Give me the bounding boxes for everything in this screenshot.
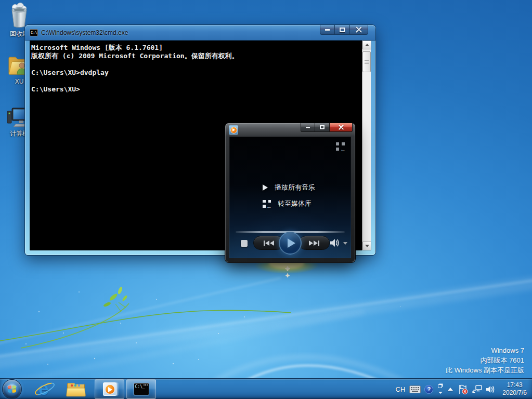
minimize-button[interactable] — [320, 25, 335, 35]
clock-time: 17:43 — [502, 381, 527, 389]
menu-item-label: 播放所有音乐 — [275, 183, 315, 192]
console-line: C:\Users\XU>dvdplay — [31, 69, 361, 77]
keyboard-icon — [409, 385, 421, 393]
console-line: 版权所有 (c) 2009 Microsoft Corporation。保留所有… — [31, 52, 361, 60]
library-icon: ← — [263, 200, 271, 208]
minimize-icon — [325, 29, 330, 31]
watermark-line-3: 此 Windows 副本不是正版 — [446, 365, 524, 375]
help-icon: ? — [424, 385, 433, 394]
taskbar-explorer-button[interactable] — [62, 380, 89, 398]
minimize-icon — [306, 127, 310, 128]
media-player-window: ← 播放所有音乐 ← 转至媒体库 — [225, 123, 355, 262]
arrow-down-icon — [365, 245, 369, 247]
close-icon — [356, 26, 362, 33]
maximize-button[interactable] — [335, 25, 350, 35]
watermark-line-2: 内部版本 7601 — [446, 355, 524, 365]
taskbar-ie-button[interactable]: e — [31, 380, 58, 398]
next-icon — [309, 241, 313, 246]
now-playing-area: ← 播放所有音乐 ← 转至媒体库 — [229, 137, 351, 258]
watermark-line-1: Windows 7 — [446, 345, 524, 355]
switch-to-library-button[interactable]: ← — [336, 142, 345, 151]
internet-explorer-icon: e — [35, 380, 54, 398]
minimize-button[interactable] — [301, 123, 315, 132]
media-player-titlebar[interactable] — [225, 123, 355, 137]
taskbar-wmp-button[interactable] — [95, 379, 124, 399]
wmp-orb-icon — [230, 127, 237, 134]
network-icon — [472, 384, 482, 394]
taskbar-cmd-button[interactable]: C:\_ — [126, 379, 156, 399]
taskbar: e C:\_ CH — [0, 378, 532, 399]
language-bar-options-button[interactable] — [437, 384, 444, 394]
taskbar-clock[interactable]: 17:43 2020/7/6 — [502, 381, 527, 397]
flag-alert-icon — [458, 384, 468, 394]
network-button[interactable] — [472, 384, 482, 394]
cmd-window-icon: C:\ — [30, 29, 38, 36]
maximize-icon — [320, 125, 325, 129]
arrow-left-icon: ← — [340, 147, 346, 152]
cmd-icon: C:\_ — [134, 383, 149, 395]
scrollbar-thumb[interactable] — [362, 51, 371, 72]
scroll-down-button[interactable] — [362, 242, 371, 250]
close-button[interactable] — [330, 123, 353, 132]
volume-button[interactable] — [330, 238, 340, 250]
keyboard-layout-button[interactable] — [409, 385, 421, 393]
console-line — [31, 60, 361, 69]
maximize-icon — [340, 28, 345, 32]
desktop: 回收站 XU 计算机 Windows 7 — [0, 0, 532, 399]
explorer-folder-icon — [67, 382, 85, 397]
close-button[interactable] — [350, 25, 368, 35]
chevron-up-icon — [448, 388, 453, 391]
system-tray: CH ? — [396, 379, 532, 399]
play-icon — [263, 184, 268, 191]
close-icon — [339, 125, 344, 130]
genuine-watermark: Windows 7 内部版本 7601 此 Windows 副本不是正版 — [446, 345, 524, 375]
windows-flag-icon — [6, 383, 18, 395]
menu-item-label: 转至媒体库 — [278, 199, 312, 208]
next-button[interactable] — [299, 236, 330, 250]
scroll-up-button[interactable] — [362, 41, 371, 49]
input-method-indicator[interactable]: CH — [396, 385, 406, 393]
play-icon — [288, 238, 295, 248]
play-button[interactable] — [279, 232, 302, 255]
action-center-button[interactable] — [458, 384, 468, 394]
cmd-caption-buttons — [320, 25, 368, 35]
volume-tray-button[interactable] — [486, 385, 496, 394]
speaker-icon — [486, 385, 496, 394]
previous-icon — [264, 241, 265, 246]
show-hidden-icons-button[interactable] — [448, 388, 453, 391]
stop-button[interactable] — [241, 240, 248, 247]
start-button[interactable] — [2, 379, 22, 399]
console-line: C:\Users\XU> — [31, 85, 361, 94]
playback-controls — [229, 231, 351, 255]
go-to-library-item[interactable]: ← 转至媒体库 — [263, 199, 312, 208]
console-line — [31, 77, 361, 85]
console-scrollbar[interactable] — [362, 41, 371, 250]
maximize-button[interactable] — [315, 123, 330, 132]
language-help-button[interactable]: ? — [424, 385, 433, 394]
volume-dropdown-caret[interactable] — [343, 242, 347, 245]
play-all-music-item[interactable]: 播放所有音乐 — [263, 183, 315, 192]
cmd-window-title: C:\Windows\system32\cmd.exe — [41, 29, 128, 36]
language-bar-icon — [437, 384, 444, 394]
wmp-icon — [102, 381, 118, 397]
arrow-up-icon — [365, 44, 369, 46]
wmp-app-icon[interactable] — [229, 125, 238, 135]
console-line: Microsoft Windows [版本 6.1.7601] — [31, 44, 361, 52]
clock-date: 2020/7/6 — [502, 389, 527, 397]
speaker-icon — [330, 238, 340, 248]
media-player-caption-buttons — [301, 123, 353, 132]
